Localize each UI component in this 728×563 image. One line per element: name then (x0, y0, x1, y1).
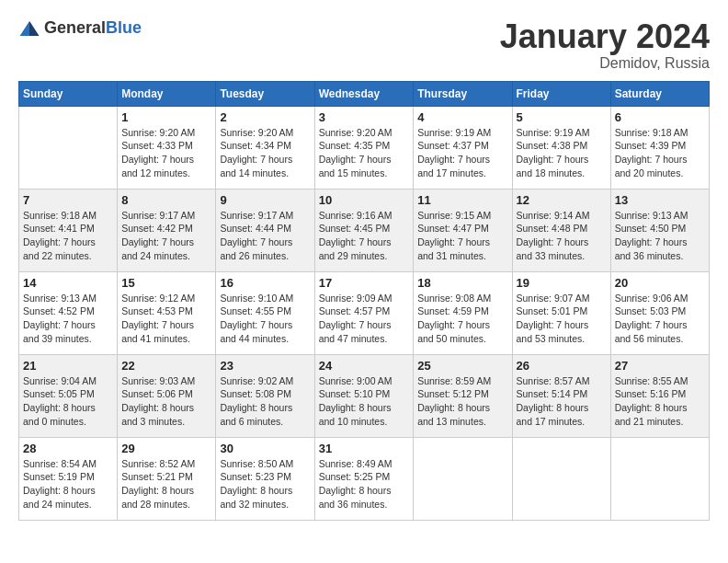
day-info: Sunrise: 8:59 AM Sunset: 5:12 PM Dayligh… (417, 374, 507, 429)
calendar-cell: 31Sunrise: 8:49 AM Sunset: 5:25 PM Dayli… (314, 437, 414, 520)
calendar-cell: 20Sunrise: 9:06 AM Sunset: 5:03 PM Dayli… (610, 271, 709, 354)
calendar-cell: 19Sunrise: 9:07 AM Sunset: 5:01 PM Dayli… (512, 271, 610, 354)
calendar-cell: 28Sunrise: 8:54 AM Sunset: 5:19 PM Dayli… (19, 437, 118, 520)
calendar-cell: 6Sunrise: 9:18 AM Sunset: 4:39 PM Daylig… (610, 106, 709, 189)
calendar-cell: 29Sunrise: 8:52 AM Sunset: 5:21 PM Dayli… (118, 437, 216, 520)
day-number: 28 (23, 442, 113, 455)
calendar-cell: 16Sunrise: 9:10 AM Sunset: 4:55 PM Dayli… (216, 271, 314, 354)
day-info: Sunrise: 9:15 AM Sunset: 4:47 PM Dayligh… (417, 209, 507, 263)
day-info: Sunrise: 9:20 AM Sunset: 4:35 PM Dayligh… (319, 126, 410, 180)
calendar-cell: 8Sunrise: 9:17 AM Sunset: 4:42 PM Daylig… (118, 189, 216, 271)
calendar-cell: 14Sunrise: 9:13 AM Sunset: 4:52 PM Dayli… (19, 271, 118, 354)
day-info: Sunrise: 9:13 AM Sunset: 4:52 PM Dayligh… (23, 292, 113, 346)
calendar-cell: 22Sunrise: 9:03 AM Sunset: 5:06 PM Dayli… (118, 354, 216, 437)
day-info: Sunrise: 8:49 AM Sunset: 5:25 PM Dayligh… (319, 457, 410, 511)
day-number: 13 (615, 193, 705, 207)
day-info: Sunrise: 9:19 AM Sunset: 4:37 PM Dayligh… (417, 126, 507, 180)
svg-marker-1 (29, 21, 39, 36)
weekday-header-saturday: Saturday (610, 81, 709, 106)
day-number: 29 (121, 442, 211, 455)
calendar-cell: 27Sunrise: 8:55 AM Sunset: 5:16 PM Dayli… (610, 354, 709, 437)
day-number: 24 (319, 359, 410, 373)
day-info: Sunrise: 9:06 AM Sunset: 5:03 PM Dayligh… (615, 292, 705, 346)
day-info: Sunrise: 9:03 AM Sunset: 5:06 PM Dayligh… (121, 374, 211, 429)
day-number: 1 (121, 110, 211, 124)
day-number: 18 (417, 276, 507, 290)
title-block: January 2024 Demidov, Russia (500, 18, 710, 72)
day-info: Sunrise: 9:13 AM Sunset: 4:50 PM Dayligh… (615, 209, 705, 263)
calendar-week-row: 1Sunrise: 9:20 AM Sunset: 4:33 PM Daylig… (19, 106, 710, 189)
day-info: Sunrise: 9:20 AM Sunset: 4:34 PM Dayligh… (220, 126, 310, 180)
day-number: 31 (319, 442, 410, 455)
day-number: 16 (220, 276, 310, 290)
day-info: Sunrise: 9:12 AM Sunset: 4:53 PM Dayligh… (121, 292, 211, 346)
weekday-header-tuesday: Tuesday (216, 81, 314, 106)
day-number: 8 (121, 193, 211, 207)
weekday-header-sunday: Sunday (19, 81, 118, 106)
calendar-week-row: 21Sunrise: 9:04 AM Sunset: 5:05 PM Dayli… (19, 354, 710, 437)
day-number: 12 (517, 193, 607, 207)
day-info: Sunrise: 9:02 AM Sunset: 5:08 PM Dayligh… (220, 374, 310, 429)
calendar-cell: 24Sunrise: 9:00 AM Sunset: 5:10 PM Dayli… (314, 354, 414, 437)
day-number: 21 (23, 359, 113, 373)
day-number: 20 (615, 276, 705, 290)
day-number: 22 (121, 359, 211, 373)
calendar-cell: 30Sunrise: 8:50 AM Sunset: 5:23 PM Dayli… (216, 437, 314, 520)
weekday-header-friday: Friday (512, 81, 610, 106)
calendar-cell (414, 437, 512, 520)
day-info: Sunrise: 9:18 AM Sunset: 4:41 PM Dayligh… (23, 209, 113, 263)
calendar-week-row: 7Sunrise: 9:18 AM Sunset: 4:41 PM Daylig… (19, 189, 710, 271)
calendar-week-row: 28Sunrise: 8:54 AM Sunset: 5:19 PM Dayli… (19, 437, 710, 520)
day-info: Sunrise: 9:17 AM Sunset: 4:42 PM Dayligh… (121, 209, 211, 263)
day-info: Sunrise: 9:04 AM Sunset: 5:05 PM Dayligh… (23, 374, 113, 429)
day-info: Sunrise: 8:50 AM Sunset: 5:23 PM Dayligh… (220, 457, 310, 511)
day-info: Sunrise: 8:52 AM Sunset: 5:21 PM Dayligh… (121, 457, 211, 511)
calendar-cell: 17Sunrise: 9:09 AM Sunset: 4:57 PM Dayli… (314, 271, 414, 354)
calendar-cell: 9Sunrise: 9:17 AM Sunset: 4:44 PM Daylig… (216, 189, 314, 271)
calendar-cell (512, 437, 610, 520)
calendar-cell: 11Sunrise: 9:15 AM Sunset: 4:47 PM Dayli… (414, 189, 512, 271)
day-number: 27 (615, 359, 705, 373)
calendar-cell: 15Sunrise: 9:12 AM Sunset: 4:53 PM Dayli… (118, 271, 216, 354)
calendar-cell: 12Sunrise: 9:14 AM Sunset: 4:48 PM Dayli… (512, 189, 610, 271)
day-info: Sunrise: 9:19 AM Sunset: 4:38 PM Dayligh… (517, 126, 607, 180)
day-number: 9 (220, 193, 310, 207)
calendar-week-row: 14Sunrise: 9:13 AM Sunset: 4:52 PM Dayli… (19, 271, 710, 354)
day-info: Sunrise: 9:08 AM Sunset: 4:59 PM Dayligh… (417, 292, 507, 346)
calendar-cell: 10Sunrise: 9:16 AM Sunset: 4:45 PM Dayli… (314, 189, 414, 271)
calendar-cell: 5Sunrise: 9:19 AM Sunset: 4:38 PM Daylig… (512, 106, 610, 189)
logo-icon (18, 19, 40, 38)
day-number: 23 (220, 359, 310, 373)
calendar-cell: 4Sunrise: 9:19 AM Sunset: 4:37 PM Daylig… (414, 106, 512, 189)
day-number: 17 (319, 276, 410, 290)
month-title: January 2024 (500, 18, 710, 55)
calendar-cell: 21Sunrise: 9:04 AM Sunset: 5:05 PM Dayli… (19, 354, 118, 437)
calendar-cell: 7Sunrise: 9:18 AM Sunset: 4:41 PM Daylig… (19, 189, 118, 271)
day-info: Sunrise: 8:54 AM Sunset: 5:19 PM Dayligh… (23, 457, 113, 511)
calendar-cell: 18Sunrise: 9:08 AM Sunset: 4:59 PM Dayli… (414, 271, 512, 354)
calendar-cell: 25Sunrise: 8:59 AM Sunset: 5:12 PM Dayli… (414, 354, 512, 437)
day-number: 5 (517, 110, 607, 124)
day-info: Sunrise: 9:09 AM Sunset: 4:57 PM Dayligh… (319, 292, 410, 346)
logo-blue: Blue (106, 18, 142, 37)
day-number: 7 (23, 193, 113, 207)
day-number: 19 (517, 276, 607, 290)
day-info: Sunrise: 9:10 AM Sunset: 4:55 PM Dayligh… (220, 292, 310, 346)
calendar-cell: 2Sunrise: 9:20 AM Sunset: 4:34 PM Daylig… (216, 106, 314, 189)
day-number: 11 (417, 193, 507, 207)
calendar-cell: 3Sunrise: 9:20 AM Sunset: 4:35 PM Daylig… (314, 106, 414, 189)
day-number: 4 (417, 110, 507, 124)
calendar-cell: 23Sunrise: 9:02 AM Sunset: 5:08 PM Dayli… (216, 354, 314, 437)
location-title: Demidov, Russia (500, 55, 710, 72)
page-header: GeneralBlue January 2024 Demidov, Russia (18, 18, 710, 72)
day-info: Sunrise: 9:16 AM Sunset: 4:45 PM Dayligh… (319, 209, 410, 263)
day-info: Sunrise: 9:07 AM Sunset: 5:01 PM Dayligh… (517, 292, 607, 346)
day-info: Sunrise: 9:14 AM Sunset: 4:48 PM Dayligh… (517, 209, 607, 263)
calendar-cell (19, 106, 118, 189)
day-number: 3 (319, 110, 410, 124)
calendar-cell: 13Sunrise: 9:13 AM Sunset: 4:50 PM Dayli… (610, 189, 709, 271)
day-info: Sunrise: 9:18 AM Sunset: 4:39 PM Dayligh… (615, 126, 705, 180)
weekday-header-wednesday: Wednesday (314, 81, 414, 106)
calendar-table: SundayMondayTuesdayWednesdayThursdayFrid… (18, 81, 710, 521)
day-info: Sunrise: 8:57 AM Sunset: 5:14 PM Dayligh… (517, 374, 607, 429)
